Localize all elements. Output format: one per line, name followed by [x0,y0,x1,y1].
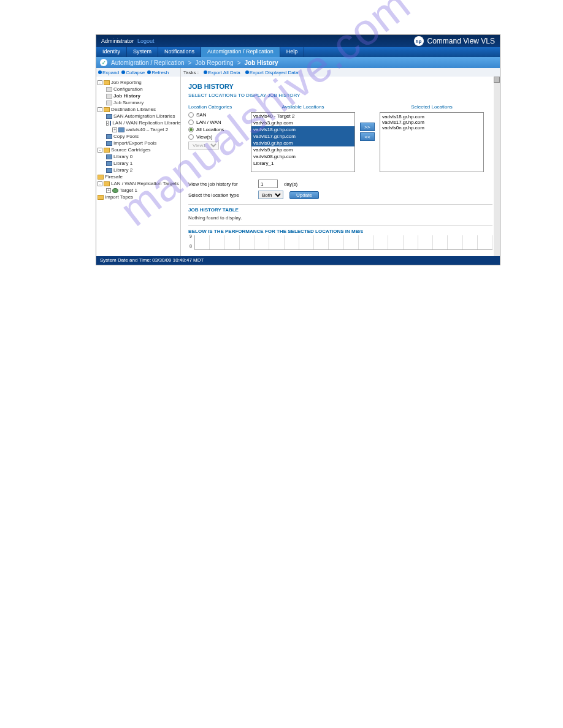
folder-icon [104,80,110,85]
list-item[interactable]: vadvls40 - Target 2 [251,113,354,119]
tree-toggle-icon[interactable]: - [98,181,102,186]
main-tabs: Identity System Notifications Automigrat… [96,47,500,57]
page-title: JOB HISTORY [188,83,492,90]
radio-views[interactable]: View(s) [188,134,246,140]
tab-notifications[interactable]: Notifications [158,47,201,57]
location-type-label: Select the location type [188,192,252,198]
export-displayed-button[interactable]: Export Displayed Data [245,70,299,75]
pool-icon [106,134,112,139]
titlebar: Administrator Logout hp Command View VLS [96,35,500,47]
tree-toggle-icon[interactable]: + [106,188,111,193]
breadcrumb-root[interactable]: Automigration / Replication [111,59,185,66]
folder-icon [104,148,110,153]
list-item[interactable]: vadvls3.gr.hp.com [251,119,354,126]
nothing-found-label: Nothing found to display. [188,215,492,221]
tree-san-auto[interactable]: SAN Automigration Libraries [113,113,175,119]
tree-job-summary[interactable]: Job Summary [113,100,144,105]
list-item[interactable]: vadvls18.gr.hp.com [251,126,354,133]
page-icon [106,87,112,92]
tree-import-tapes[interactable]: Import Tapes [105,194,133,200]
tree-source-cart[interactable]: Source Cartridges [111,147,150,153]
scrollbar-thumb[interactable] [494,77,500,83]
tree-lib1[interactable]: Library 1 [113,161,132,166]
target-icon [112,188,118,193]
move-left-button[interactable]: << [360,132,375,141]
tree-toggle-icon[interactable]: + [112,127,117,132]
list-item[interactable]: vadvls0n.gr.hp.com [382,125,481,131]
tree-panel: -Job Reporting Configuration Job History… [96,77,181,256]
update-button[interactable]: Update [289,191,319,199]
radio-all[interactable]: All Locations [188,127,246,132]
view-history-label: View the job history for [188,181,252,187]
selected-locations-list[interactable]: vadvls18.gr.hp.com vadvls17.gr.hp.com va… [380,112,484,172]
library-icon [106,161,112,166]
radio-lanwan[interactable]: LAN / WAN [188,119,246,125]
radio-icon [188,127,194,132]
breadcrumb-sep: > [188,59,192,66]
library-icon [106,168,112,173]
list-item[interactable]: vadvls0.gr.hp.com [251,140,354,146]
tree-lib0[interactable]: Library 0 [113,154,132,159]
tree-firesafe[interactable]: Firesafe [105,174,123,180]
status-bar: System Date and Time: 03/30/09 10:48:47 … [96,256,500,265]
folder-icon [104,181,110,186]
tasks-label: Tasks : [183,70,199,75]
folder-icon [98,175,104,180]
bullet-icon [147,70,151,74]
product-name: Command View VLS [427,37,496,45]
tab-automigration[interactable]: Automigration / Replication [201,47,280,57]
tree-copy-pools[interactable]: Copy Pools [113,134,139,139]
breadcrumb-section[interactable]: Job Reporting [195,59,233,66]
tree-toggle-icon[interactable]: - [98,80,102,85]
tab-system[interactable]: System [127,47,158,57]
scrollbar-track[interactable] [494,77,500,256]
location-categories-group: SAN LAN / WAN All Locations View(s) View… [188,112,246,150]
tree-target1[interactable]: Target 1 [120,188,137,193]
col-head-available: Available Locations [251,104,355,110]
tree-toolbar: Expand Collapse Refresh [96,68,181,77]
app-window: Administrator Logout hp Command View VLS… [96,34,500,265]
available-locations-list[interactable]: vadvls40 - Target 2 vadvls3.gr.hp.com va… [251,112,355,172]
days-suffix: day(s) [284,181,297,187]
list-item[interactable]: vadvls9.gr.hp.com [251,146,354,153]
radio-san[interactable]: SAN [188,112,246,118]
folder-icon [104,107,110,112]
tree-import-export[interactable]: Import/Export Pools [113,140,156,146]
tree-job-reporting[interactable]: Job Reporting [111,80,142,85]
pool-icon [106,141,112,146]
list-item[interactable]: vadvls17.gr.hp.com [382,119,481,125]
tab-identity[interactable]: Identity [96,47,127,57]
tasks-toolbar: Tasks : Export All Data Export Displayed… [181,68,500,77]
tree-configuration[interactable]: Configuration [113,86,143,92]
tree-dest-libs[interactable]: Destination Libraries [111,107,156,112]
breadcrumb-sep: > [237,59,241,66]
collapse-button[interactable]: Collapse [121,70,145,75]
tree-lanwan-rep[interactable]: LAN / WAN Replication Libraries [112,120,183,126]
tree-toggle-icon[interactable]: - [98,107,102,112]
days-input[interactable] [258,180,278,188]
radio-icon [188,134,194,140]
tree-toggle-icon[interactable]: - [106,121,109,126]
export-all-button[interactable]: Export All Data [204,70,240,75]
logout-link[interactable]: Logout [137,38,155,44]
refresh-button[interactable]: Refresh [147,70,169,75]
tab-help[interactable]: Help [280,47,305,57]
expand-button[interactable]: Expand [98,70,119,75]
list-item[interactable]: Library_1 [251,160,354,167]
location-type-select[interactable]: Both [258,191,283,199]
tree-job-history[interactable]: Job History [113,93,140,99]
list-item[interactable]: vadvls17.gr.hp.com [251,133,354,140]
tree-vadvls40[interactable]: vadvls40 – Target 2 [126,127,168,132]
move-right-button[interactable]: >> [360,123,375,131]
radio-icon [188,112,194,118]
page-icon [106,100,112,105]
tree-lanwan-targets[interactable]: LAN / WAN Replication Targets [111,181,179,186]
tree-toggle-icon[interactable]: - [98,148,102,153]
library-icon [106,154,112,159]
tree-lib2[interactable]: Library 2 [113,167,132,173]
view-select[interactable]: View1 [188,142,219,150]
list-item[interactable]: vadvls18.gr.hp.com [382,114,481,119]
bullet-icon [245,70,249,74]
y-tick: 8 [190,244,192,248]
list-item[interactable]: vadvls08.gr.hp.com [251,153,354,160]
